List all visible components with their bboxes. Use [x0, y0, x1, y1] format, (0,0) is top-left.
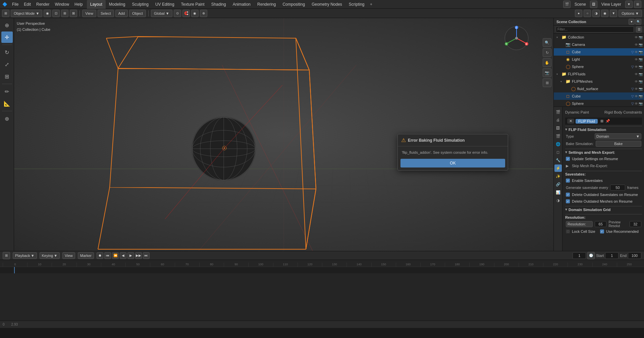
tool-settings-1[interactable]: ⊡ — [52, 10, 60, 17]
light-render-icon[interactable]: 📷 — [639, 58, 643, 61]
proportional-btn[interactable]: ◉ — [191, 10, 199, 17]
zoom-in-btn[interactable]: 🔍 — [543, 38, 551, 47]
cursor-tool-btn[interactable]: ⊕ — [1, 19, 13, 31]
transform-global-btn[interactable]: Global ▼ — [151, 10, 172, 17]
prev-frame-btn[interactable]: ⏪ — [112, 252, 119, 259]
timeline-editor-type[interactable]: ⊞ — [3, 252, 10, 259]
end-frame-input[interactable]: 100 — [628, 252, 641, 259]
current-frame-input[interactable]: 1 — [573, 252, 586, 259]
tab-geometry-nodes[interactable]: Geometry Nodes — [308, 0, 345, 9]
material-props-btn[interactable]: ◑ — [554, 197, 562, 204]
outliner-search-btn[interactable]: 🔍 — [635, 19, 641, 25]
timeline-cursor[interactable] — [14, 267, 15, 273]
cube-render-icon[interactable]: 📷 — [639, 50, 643, 54]
cube-eye-icon[interactable]: 👁 — [635, 50, 638, 54]
flipmeshes-eye-icon[interactable]: 👁 — [635, 80, 638, 83]
resolution-label-btn[interactable]: Resolution: — [566, 221, 593, 227]
menu-file[interactable]: File — [9, 0, 21, 9]
view-btn[interactable]: View — [62, 252, 75, 259]
step-back-btn[interactable]: ◀ — [120, 252, 126, 259]
fluid-render-icon[interactable]: 📷 — [639, 87, 643, 91]
outliner-item-sphere1[interactable]: ◯ Sphere ▽ 👁 📷 — [554, 63, 644, 70]
particles-props-btn[interactable]: ✨ — [554, 173, 562, 180]
filter-icon[interactable]: ▼ — [625, 1, 633, 8]
keying-btn[interactable]: Keying ▼ — [40, 252, 60, 259]
options-btn[interactable]: Options ▼ — [619, 10, 642, 17]
tab-animation[interactable]: Animation — [229, 0, 254, 9]
tab-rendering[interactable]: Rendering — [254, 0, 279, 9]
annotate-tool-btn[interactable]: ✏ — [1, 86, 13, 97]
object-props-btn[interactable]: ◻ — [554, 148, 562, 156]
view-menu-btn[interactable]: View — [82, 10, 96, 17]
camera-eye-icon[interactable]: 👁 — [635, 43, 638, 47]
viewport-shading-render[interactable]: ◉ — [601, 10, 608, 17]
outliner-search-input[interactable] — [556, 26, 634, 32]
sphere1-render-icon[interactable]: 📷 — [639, 65, 643, 69]
tab-layout[interactable]: Layout — [87, 0, 106, 9]
flipfluids-eye-icon[interactable]: 👁 — [635, 72, 638, 76]
transform-tool-btn[interactable]: ⊞ — [1, 71, 13, 82]
snap-btn[interactable]: 🧲 — [182, 10, 190, 17]
scene-picker-icon[interactable]: 🎬 — [563, 1, 571, 8]
menu-render[interactable]: Render — [34, 0, 52, 9]
overlay-btn[interactable]: ⊕ — [200, 10, 207, 17]
tab-sculpting[interactable]: Sculpting — [129, 0, 152, 9]
viewport-shading-wire[interactable]: ○ — [584, 10, 591, 17]
constraints-props-btn[interactable]: 🔗 — [554, 181, 562, 188]
tab-modeling[interactable]: Modeling — [106, 0, 129, 9]
scene-props-btn[interactable]: 🎬 — [554, 132, 562, 140]
preview-resolution-input[interactable]: 32 — [630, 221, 641, 227]
render-icon[interactable]: 📷 — [639, 36, 643, 39]
outliner-item-flipmeshes[interactable]: ▾ 📁 FLIPMeshes 👁 📷 — [554, 78, 644, 85]
grid-view-btn[interactable]: ⊞ — [543, 78, 551, 87]
navigation-gizmo[interactable]: Z X Y — [503, 25, 530, 52]
start-frame-input[interactable]: 1 — [605, 252, 619, 259]
fluid-eye-icon[interactable]: 👁 — [635, 87, 638, 91]
viewport-options-btn[interactable]: ▼ — [610, 10, 617, 17]
cube2-eye-icon[interactable]: 👁 — [635, 94, 638, 98]
type-dropdown[interactable]: Domain ▼ — [595, 133, 641, 139]
tab-scripting[interactable]: Scripting — [345, 0, 368, 9]
flip-fluid-expand-icon[interactable]: ⊞ — [600, 119, 603, 123]
resolution-value-input[interactable]: 65 — [595, 221, 606, 227]
outliner-item-flipfluids[interactable]: ▾ 📁 FLIPFluids 👁 📷 — [554, 70, 644, 78]
output-props-btn[interactable]: 🖨 — [554, 116, 562, 124]
camera-view-btn[interactable]: 📷 — [543, 68, 551, 77]
outliner-item-camera[interactable]: 📷 Camera 👁 📷 — [554, 41, 644, 48]
outliner-item-collection[interactable]: ▾ 📁 Collection 👁 📷 — [554, 33, 644, 41]
sphere1-eye-icon[interactable]: 👁 — [635, 65, 638, 69]
rotate-view-btn[interactable]: ↻ — [543, 48, 551, 57]
render-props-btn[interactable]: 🎬 — [554, 108, 562, 116]
tab-compositing[interactable]: Compositing — [279, 0, 308, 9]
marker-btn[interactable]: Marker — [78, 252, 94, 259]
tool-settings-3[interactable]: ⊠ — [70, 10, 77, 17]
frame-clock-btn[interactable]: 🕐 — [587, 252, 595, 259]
menu-help[interactable]: Help — [72, 0, 86, 9]
bake-btn[interactable]: Bake — [596, 141, 641, 147]
sphere2-render-icon[interactable]: 📷 — [639, 102, 643, 106]
close-flip-btn[interactable]: ✕ — [567, 119, 574, 124]
view-layer-props-btn[interactable]: 🖼 — [554, 124, 562, 132]
measure-tool-btn[interactable]: 📐 — [1, 98, 13, 109]
play-btn[interactable]: ▶ — [127, 252, 134, 259]
use-recommended-checkbox[interactable]: ✓ — [600, 229, 604, 233]
record-btn[interactable]: ⏺ — [97, 252, 103, 259]
outliner-item-cube2[interactable]: ◻ Cube ▽ 👁 📷 — [554, 92, 644, 100]
eye-icon[interactable]: 👁 — [635, 36, 638, 39]
sphere2-eye-icon[interactable]: 👁 — [635, 102, 638, 106]
flip-fluid-badge[interactable]: FLIP Fluid — [576, 119, 598, 124]
error-ok-button[interactable]: OK — [400, 159, 505, 167]
data-props-btn[interactable]: 📊 — [554, 189, 562, 196]
flip-fluid-pin-icon[interactable]: 📌 — [605, 119, 610, 123]
rotate-tool-btn[interactable]: ↻ — [1, 47, 13, 58]
menu-edit[interactable]: Edit — [21, 0, 34, 9]
outliner-filter-btn[interactable]: ▼ — [629, 19, 635, 25]
viewport-shading-solid[interactable]: ● — [575, 10, 582, 17]
savestate-frames-input[interactable]: 50 — [610, 185, 625, 191]
view-layer-icon[interactable]: 🖼 — [590, 1, 597, 8]
move-tool-btn[interactable]: ✛ — [1, 31, 13, 43]
enable-savestates-checkbox[interactable]: ✓ — [566, 179, 570, 183]
modifier-props-btn[interactable]: 🔧 — [554, 156, 562, 164]
outliner-item-fluid-surface[interactable]: ◯ fluid_surface ▽ 👁 📷 — [554, 85, 644, 92]
jump-end-btn[interactable]: ⏭ — [143, 252, 150, 259]
